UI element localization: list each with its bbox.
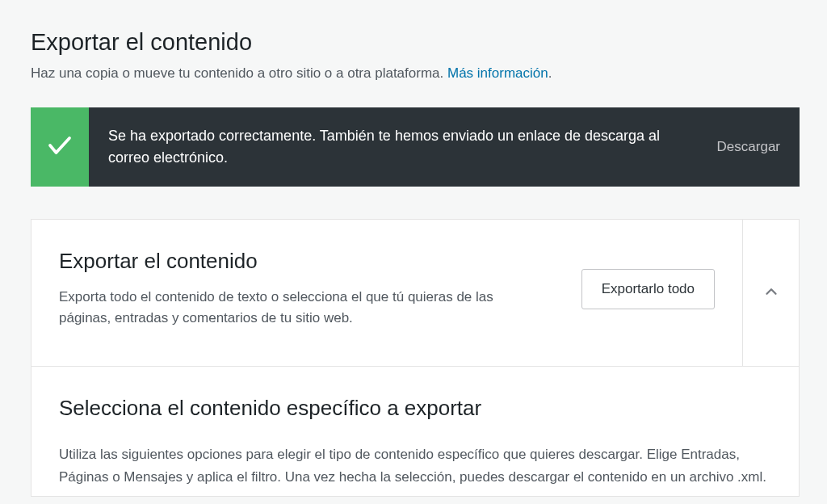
download-link[interactable]: Descargar	[717, 139, 780, 155]
subtitle-period: .	[548, 65, 552, 81]
export-all-button[interactable]: Exportarlo todo	[581, 269, 715, 309]
specific-section-title: Selecciona el contenido específico a exp…	[59, 396, 771, 421]
more-info-link[interactable]: Más información	[447, 65, 548, 81]
page-title: Exportar el contenido	[31, 29, 800, 56]
export-main: Exportar el contenido Exporta todo el co…	[31, 220, 742, 367]
page-subtitle: Haz una copia o mueve tu contenido a otr…	[31, 64, 800, 83]
export-card-title: Exportar el contenido	[59, 249, 511, 274]
success-notice: Se ha exportado correctamente. También t…	[31, 107, 800, 187]
notice-content: Se ha exportado correctamente. También t…	[89, 107, 800, 187]
specific-section-desc: Utiliza las siguientes opciones para ele…	[59, 443, 771, 487]
specific-export-section: Selecciona el contenido específico a exp…	[31, 367, 799, 495]
export-card-desc: Exporta todo el contenido de texto o sel…	[59, 287, 511, 330]
subtitle-text: Haz una copia o mueve tu contenido a otr…	[31, 65, 447, 81]
check-icon	[45, 131, 74, 163]
collapse-toggle[interactable]	[742, 220, 799, 367]
export-text: Exportar el contenido Exporta todo el co…	[59, 249, 511, 330]
success-icon-box	[31, 107, 89, 187]
notice-message: Se ha exportado correctamente. También t…	[108, 125, 690, 169]
chevron-up-icon	[762, 283, 780, 304]
export-card: Exportar el contenido Exporta todo el co…	[31, 219, 800, 497]
export-all-row: Exportar el contenido Exporta todo el co…	[31, 220, 799, 368]
